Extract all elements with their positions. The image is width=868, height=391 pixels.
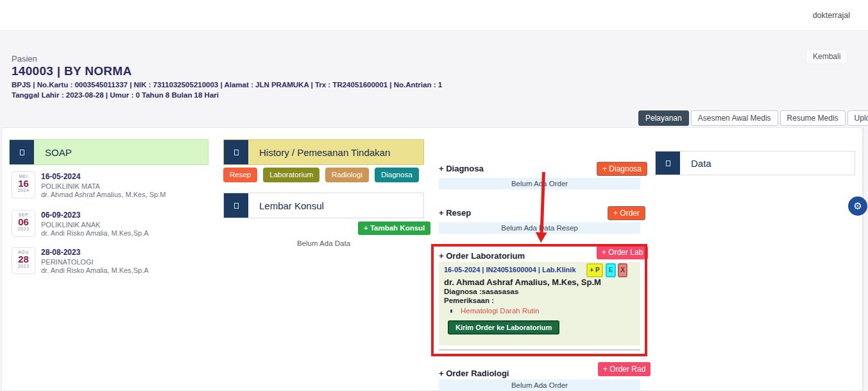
resep-empty-strip: Belum Ada Data Resep <box>439 222 640 234</box>
rad-empty-strip: Belum Ada Order <box>439 379 640 391</box>
soap-entry[interactable]: AGU 28 2023 28-08-2023 PERINATOLOGI dr. … <box>12 247 207 274</box>
patient-name: 140003 | BY NORMA <box>12 64 442 78</box>
date-badge: AGU 28 2023 <box>12 247 35 274</box>
kirim-order-button[interactable]: Kirim Order ke Laboratorium <box>448 320 559 335</box>
konsul-panel-icon <box>224 193 248 218</box>
card-divider <box>439 349 640 351</box>
badge-day: 28 <box>12 254 35 264</box>
history-panel-title: History / Pemesanan Tindakan <box>248 140 423 164</box>
add-rad-order-button[interactable]: + Order Rad <box>598 362 651 376</box>
resep-button[interactable]: Resep <box>223 168 257 182</box>
badge-year: 2024 <box>12 188 35 193</box>
top-navbar: dokterrajal <box>0 0 868 31</box>
pemeriksaan-label: Pemeriksaan : <box>444 297 494 304</box>
edit-order-button[interactable]: E <box>606 263 616 277</box>
tab-resume-medis[interactable]: Resume Medis <box>780 110 846 126</box>
back-button[interactable]: Kembali <box>806 49 847 64</box>
data-panel-title: Data <box>680 152 855 175</box>
konsul-panel-title: Lembar Konsul <box>248 193 423 218</box>
soap-panel-title: SOAP <box>34 140 208 164</box>
soap-panel-icon <box>10 140 34 164</box>
lab-order-header: 16-05-2024 | IN24051600004 | Lab.Klinik <box>444 266 576 274</box>
diagnosa-empty-strip: Belum Ada Order <box>439 178 640 189</box>
konsul-panel-header: Lembar Konsul <box>223 193 424 218</box>
data-panel-header: Data <box>655 151 855 175</box>
lab-section-heading: + Order Laboratorium <box>439 251 525 261</box>
delete-order-button[interactable]: X <box>618 263 627 277</box>
patient-info-line1: BPJS | No.Kartu : 0003545011337 | NIK : … <box>12 81 442 89</box>
patient-info-line2: Tanggal Lahir : 2023-08-28 | Umur : 0 Ta… <box>12 91 442 99</box>
entry-doctor: dr. Ahmad Ashraf Amalius, M.Kes, Sp.M <box>41 191 166 198</box>
laboratorium-button[interactable]: Laboratorium <box>263 168 319 182</box>
soap-entry[interactable]: SEP 06 2023 06-09-2023 POLIKLINIK ANAK d… <box>12 210 207 237</box>
patient-header: Pasien 140003 | BY NORMA BPJS | No.Kartu… <box>12 54 442 99</box>
entry-date: 16-05-2024 <box>41 172 166 181</box>
add-lab-order-button[interactable]: + Order Lab <box>597 246 648 259</box>
diagnosa-section-heading: + Diagnosa <box>439 164 484 173</box>
lab-order-diagnosa: Diagnosa :sasasasas <box>444 288 518 295</box>
lab-order-card: 16-05-2024 | IN24051600004 | Lab.Klinik … <box>439 262 640 345</box>
bullet-icon <box>450 309 452 313</box>
scrollbar-track[interactable] <box>863 127 864 391</box>
entry-clinic: PERINATOLOGI <box>41 258 149 266</box>
radiologi-button[interactable]: Radiologi <box>325 168 369 182</box>
add-resep-order-button[interactable]: + Order <box>608 206 645 220</box>
date-badge: SEP 06 2023 <box>12 210 35 237</box>
add-diagnosa-button[interactable]: + Diagnosa <box>597 162 647 176</box>
tambah-konsul-button[interactable]: + Tambah Konsul <box>358 222 430 235</box>
settings-gear-icon[interactable]: ⚙ <box>848 196 867 216</box>
soap-entry[interactable]: MEI 16 2024 16-05-2024 POLIKLINIK MATA d… <box>12 171 207 198</box>
tab-pelayanan[interactable]: Pelayanan <box>638 110 689 126</box>
history-panel-header: History / Pemesanan Tindakan <box>223 139 424 165</box>
entry-doctor: dr. Andi Risko Amalia, M.Kes,Sp.A <box>41 229 149 237</box>
badge-day: 06 <box>12 217 35 227</box>
soap-panel-header: SOAP <box>9 139 208 165</box>
history-buttons-row: Resep Laboratorium Radiologi Diagnosa <box>223 168 419 182</box>
rad-section-heading: + Order Radiologi <box>439 369 509 378</box>
history-panel-icon <box>224 140 248 164</box>
date-badge: MEI 16 2024 <box>12 171 35 198</box>
lab-order-doctor: dr. Ahmad Ashraf Amalius, M.Kes, Sp.M <box>444 277 601 287</box>
tab-bar: Pelayanan Asesmen Awal Medis Resume Medi… <box>638 110 868 126</box>
entry-date: 06-09-2023 <box>41 211 149 220</box>
konsul-empty-text: Belum Ada Data <box>223 239 424 247</box>
entry-clinic: POLIKLINIK ANAK <box>41 221 149 229</box>
entry-date: 28-08-2023 <box>41 248 149 257</box>
resep-section-heading: + Resep <box>439 208 471 218</box>
print-order-button[interactable]: + P <box>586 263 603 277</box>
tab-upload-file[interactable]: Upload File <box>847 110 868 126</box>
badge-year: 2023 <box>12 227 35 231</box>
entry-doctor: dr. Andi Risko Amalia, M.Kes,Sp.A <box>41 266 149 274</box>
badge-year: 2023 <box>12 264 35 268</box>
tab-asesmen-awal-medis[interactable]: Asesmen Awal Medis <box>691 110 778 126</box>
badge-day: 16 <box>12 178 35 188</box>
lab-test-item: Hematologi Darah Rutin <box>461 307 540 315</box>
patient-label: Pasien <box>12 54 442 64</box>
data-panel-icon <box>656 152 680 175</box>
entry-clinic: POLIKLINIK MATA <box>41 182 166 190</box>
username[interactable]: dokterrajal <box>813 11 850 20</box>
diagnosa-button[interactable]: Diagnosa <box>375 168 419 182</box>
